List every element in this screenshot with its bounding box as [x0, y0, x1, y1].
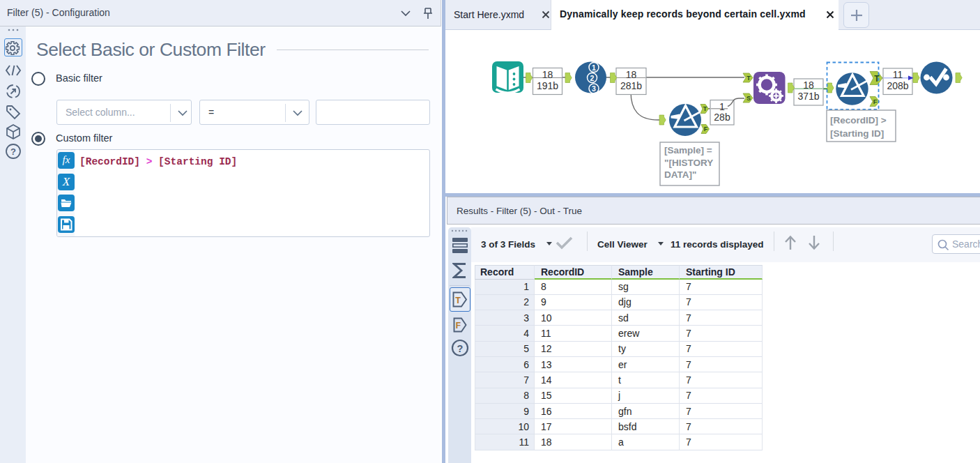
- svg-text:F: F: [456, 321, 461, 331]
- svg-text:191b: 191b: [537, 80, 558, 91]
- svg-text:18: 18: [803, 79, 814, 91]
- svg-text:1: 1: [719, 101, 725, 112]
- svg-text:[RecordID] >: [RecordID] >: [830, 115, 887, 126]
- svg-text:"[HISTORY: "[HISTORY: [664, 158, 713, 168]
- svg-text:371b: 371b: [797, 91, 819, 102]
- svg-text:T: T: [455, 296, 461, 305]
- svg-text:208b: 208b: [887, 80, 908, 91]
- svg-text:S: S: [747, 95, 751, 102]
- svg-text:2: 2: [590, 74, 595, 82]
- svg-text:11: 11: [893, 69, 903, 80]
- svg-text:18: 18: [626, 69, 637, 80]
- svg-text:3: 3: [592, 84, 596, 93]
- svg-text:T: T: [747, 75, 751, 82]
- svg-text:18: 18: [542, 69, 553, 80]
- svg-text:[Starting ID]: [Starting ID]: [830, 128, 884, 139]
- svg-text:1: 1: [592, 63, 596, 72]
- svg-text:F: F: [704, 126, 708, 132]
- svg-text:?: ?: [10, 146, 16, 157]
- svg-text:28b: 28b: [714, 112, 730, 123]
- svg-text:[Sample] =: [Sample] =: [664, 145, 712, 155]
- svg-text:F: F: [873, 98, 878, 105]
- svg-text:?: ?: [457, 343, 464, 354]
- svg-text:281b: 281b: [620, 80, 642, 91]
- svg-text:DATA]": DATA]": [664, 169, 696, 180]
- svg-text:T: T: [703, 105, 707, 112]
